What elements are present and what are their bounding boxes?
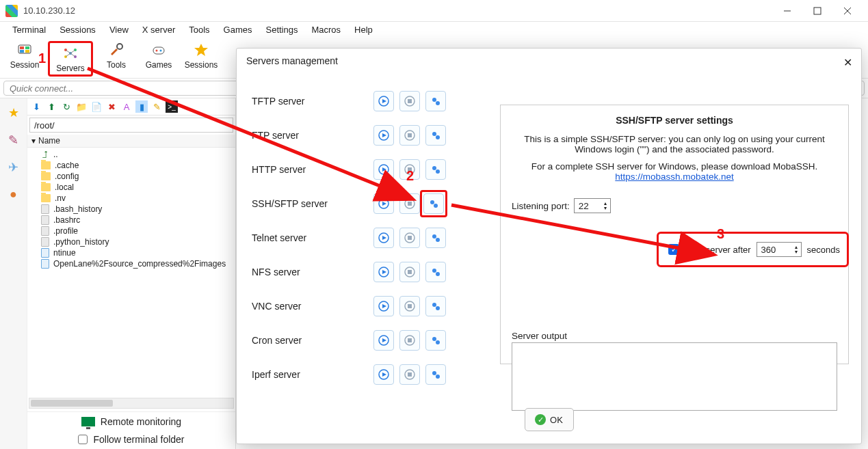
download-icon[interactable]: ⬇ bbox=[30, 100, 42, 113]
maximize-button[interactable] bbox=[802, 1, 832, 21]
menu-settings[interactable]: Settings bbox=[261, 25, 304, 35]
ok-button[interactable]: ✓ OK bbox=[525, 408, 574, 431]
file-row[interactable]: OpenLane%2Fsource_compressed%2Fimages bbox=[27, 258, 235, 269]
ok-label: OK bbox=[550, 415, 563, 425]
start-button[interactable] bbox=[373, 330, 394, 351]
menu-xserver[interactable]: X server bbox=[137, 25, 181, 35]
server-row-ssh: SSH/SFTP server bbox=[252, 187, 477, 221]
stop-button[interactable] bbox=[399, 296, 420, 316]
start-button[interactable] bbox=[373, 228, 394, 248]
svg-point-21 bbox=[160, 50, 162, 52]
file-row[interactable]: .local bbox=[27, 182, 235, 193]
configure-button[interactable] bbox=[425, 228, 446, 248]
file-row[interactable]: .cache bbox=[27, 160, 235, 171]
file-row[interactable]: .profile bbox=[27, 226, 235, 236]
server-row-http: HTTP server bbox=[252, 152, 477, 187]
toolbar-tools[interactable]: Tools bbox=[97, 41, 135, 70]
new-file-icon[interactable]: 📄 bbox=[90, 100, 103, 113]
file-row[interactable]: ntinue bbox=[27, 247, 235, 258]
svg-marker-60 bbox=[382, 304, 386, 308]
file-row[interactable]: .bashrc bbox=[27, 215, 235, 226]
menu-macros[interactable]: Macros bbox=[306, 25, 346, 35]
configure-button[interactable] bbox=[425, 364, 446, 385]
remote-monitoring[interactable]: Remote monitoring bbox=[34, 416, 228, 427]
props-icon[interactable]: A bbox=[120, 100, 133, 113]
spinner-icon[interactable]: ▴▾ bbox=[602, 201, 609, 210]
start-button[interactable] bbox=[373, 125, 394, 146]
start-button[interactable] bbox=[373, 159, 394, 180]
stop-button[interactable] bbox=[399, 364, 420, 385]
settings-desc1: This is a simple SSH/SFTP server: you ca… bbox=[512, 134, 837, 154]
stop-button[interactable] bbox=[399, 125, 420, 146]
send-icon[interactable]: ✈ bbox=[8, 160, 18, 175]
edit-icon[interactable]: ✎ bbox=[150, 100, 163, 113]
horizontal-scrollbar[interactable] bbox=[29, 398, 234, 409]
tools-strip-icon[interactable]: ✎ bbox=[8, 133, 18, 148]
toolbar-session-label: Session bbox=[10, 60, 40, 70]
stop-button[interactable] bbox=[399, 193, 420, 214]
toolbar-sessions[interactable]: Sessions bbox=[182, 41, 220, 70]
svg-point-34 bbox=[436, 135, 440, 139]
toolbar-servers[interactable]: Servers bbox=[51, 44, 90, 73]
configure-button[interactable] bbox=[425, 330, 446, 351]
start-button[interactable] bbox=[373, 364, 394, 385]
dialog-close-button[interactable]: ✕ bbox=[838, 53, 857, 72]
stop-button[interactable] bbox=[399, 262, 420, 282]
checkbox-icon[interactable] bbox=[78, 435, 88, 444]
svg-point-46 bbox=[434, 204, 438, 208]
select-icon[interactable]: ▮ bbox=[135, 100, 148, 113]
svg-marker-54 bbox=[382, 270, 386, 274]
menu-tools[interactable]: Tools bbox=[183, 25, 215, 35]
start-button[interactable] bbox=[373, 296, 394, 316]
configure-button[interactable] bbox=[425, 296, 446, 316]
stop-button[interactable] bbox=[399, 91, 420, 111]
svg-point-45 bbox=[430, 200, 434, 204]
start-button[interactable] bbox=[373, 193, 394, 214]
menu-sessions[interactable]: Sessions bbox=[54, 25, 101, 35]
menu-help[interactable]: Help bbox=[349, 25, 378, 35]
configure-button[interactable] bbox=[425, 91, 446, 111]
svg-point-75 bbox=[432, 371, 436, 375]
globe-icon[interactable]: ● bbox=[10, 187, 17, 202]
svg-rect-7 bbox=[20, 50, 24, 53]
file-row[interactable]: .config bbox=[27, 171, 235, 182]
star-icon bbox=[192, 41, 210, 59]
refresh-icon[interactable]: ↻ bbox=[60, 100, 73, 113]
stop-after-input[interactable]: 360 ▴▾ bbox=[757, 242, 802, 257]
configure-button[interactable] bbox=[425, 159, 446, 180]
close-button[interactable] bbox=[832, 1, 863, 21]
svg-point-64 bbox=[436, 306, 440, 310]
server-row-tftp: TFTP server bbox=[252, 84, 477, 118]
favorites-icon[interactable]: ★ bbox=[8, 105, 19, 120]
file-row[interactable]: .python_history bbox=[27, 236, 235, 247]
upload-icon[interactable]: ⬆ bbox=[45, 100, 57, 113]
start-button[interactable] bbox=[373, 262, 394, 282]
stop-button[interactable] bbox=[399, 330, 420, 351]
file-row[interactable]: .bash_history bbox=[27, 204, 235, 215]
session-icon bbox=[16, 41, 34, 59]
toolbar-games[interactable]: Games bbox=[140, 41, 178, 70]
terminal-icon[interactable]: >_ bbox=[166, 100, 178, 113]
configure-button[interactable] bbox=[425, 262, 446, 282]
listening-port-input[interactable]: 22 ▴▾ bbox=[574, 198, 611, 213]
spinner-icon[interactable]: ▴▾ bbox=[793, 245, 800, 254]
file-row-parent[interactable]: ⮥.. bbox=[27, 149, 235, 160]
delete-icon[interactable]: ✖ bbox=[105, 100, 118, 113]
server-output-textarea[interactable] bbox=[512, 342, 837, 411]
sftp-path[interactable]: /root/ bbox=[29, 118, 233, 133]
mobassh-link[interactable]: https://mobassh.mobatek.net bbox=[615, 172, 733, 182]
stop-button[interactable] bbox=[399, 228, 420, 248]
svg-rect-8 bbox=[25, 50, 29, 53]
new-folder-icon[interactable]: 📁 bbox=[75, 100, 88, 113]
file-row[interactable]: .nv bbox=[27, 193, 235, 204]
start-button[interactable] bbox=[373, 91, 394, 111]
configure-button[interactable] bbox=[425, 125, 446, 146]
follow-terminal-folder[interactable]: Follow terminal folder bbox=[34, 434, 228, 445]
minimize-button[interactable] bbox=[772, 1, 802, 21]
stop-after-checkbox[interactable]: ✓ bbox=[668, 244, 679, 255]
menu-terminal[interactable]: Terminal bbox=[7, 25, 51, 35]
configure-button[interactable] bbox=[423, 193, 444, 214]
menu-games[interactable]: Games bbox=[218, 25, 258, 35]
server-label: Cron server bbox=[252, 335, 368, 346]
menu-view[interactable]: View bbox=[104, 25, 134, 35]
